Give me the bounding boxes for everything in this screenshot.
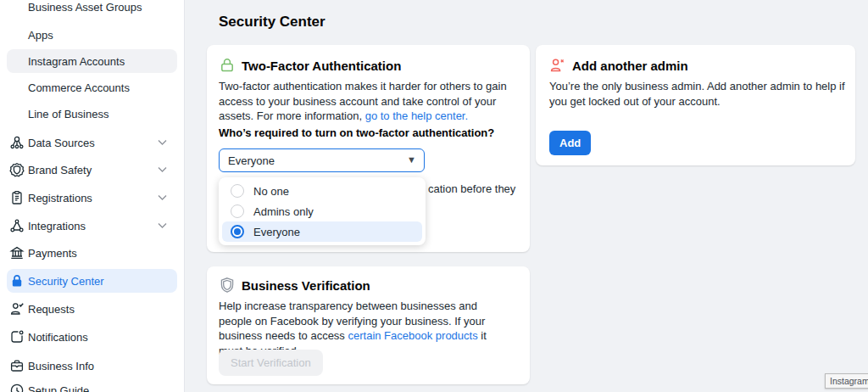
chevron-down-icon[interactable]: [158, 223, 167, 229]
security-center-page: { "sidebar": { "items": [ { "label": "Bu…: [0, 0, 868, 392]
sidebar-item-label: Brand Safety: [28, 164, 92, 176]
notifications-icon: [9, 329, 25, 344]
sidebar-item-commerce-accounts[interactable]: Commerce Accounts: [7, 76, 177, 99]
add-another-admin-card: Add another admin You’re the only busine…: [536, 45, 855, 165]
sidebar-item-label: Commerce Accounts: [28, 81, 130, 94]
card-header: Business Verification: [219, 277, 370, 294]
chevron-down-icon[interactable]: [158, 167, 167, 173]
option-no-one[interactable]: No one: [222, 181, 422, 201]
card-description: Two-factor authentication makes it harde…: [219, 79, 522, 124]
card-title: Two-Factor Authentication: [242, 59, 401, 73]
sidebar-item-label: Integrations: [28, 220, 86, 232]
green-lock-icon: [219, 57, 236, 74]
card-title: Business Verification: [242, 278, 370, 293]
option-admins-only[interactable]: Admins only: [222, 201, 422, 221]
card-title: Add another admin: [572, 59, 688, 73]
sidebar-item-label: Setup Guide: [28, 384, 89, 392]
sidebar-item-notifications[interactable]: Notifications: [7, 325, 177, 349]
sidebar-item-business-asset-groups[interactable]: Business Asset Groups: [7, 0, 177, 19]
sidebar-item-line-of-business[interactable]: Line of Business: [7, 102, 177, 126]
start-verification-button[interactable]: Start Verification: [219, 350, 323, 376]
sidebar-item-registrations[interactable]: Registrations: [7, 186, 177, 210]
page-title: Security Center: [219, 14, 326, 31]
shield-badge-icon: [9, 162, 25, 177]
sidebar-item-security-center[interactable]: Security Center: [7, 269, 177, 293]
lock-icon: [9, 273, 25, 288]
chevron-down-icon[interactable]: [158, 195, 167, 201]
obscured-text-fragment: cation before they: [428, 182, 515, 195]
radio-icon[interactable]: [231, 204, 244, 218]
sidebar-item-business-info[interactable]: Business Info: [7, 354, 177, 378]
sidebar-item-data-sources[interactable]: Data Sources: [7, 131, 177, 154]
sidebar-item-instagram-accounts[interactable]: Instagram Accounts: [7, 49, 177, 73]
sidebar-item-brand-safety[interactable]: Brand Safety: [7, 158, 177, 182]
sidebar-item-label: Instagram Accounts: [28, 55, 125, 68]
sidebar-item-label: Registrations: [28, 192, 92, 204]
option-label: No one: [253, 185, 289, 198]
setup-guide-icon: [9, 383, 25, 392]
two-factor-question-label: Who’s required to turn on two-factor aut…: [219, 126, 494, 139]
facebook-products-link[interactable]: certain Facebook products: [348, 329, 477, 342]
sidebar-item-label: Notifications: [28, 331, 88, 344]
select-value: Everyone: [228, 154, 275, 167]
sidebar: Business Asset Groups Apps Instagram Acc…: [0, 0, 185, 392]
sidebar-item-label: Payments: [28, 247, 77, 260]
help-center-link[interactable]: go to the help center.: [365, 109, 468, 122]
sidebar-item-label: Security Center: [28, 275, 104, 288]
sidebar-item-integrations[interactable]: Integrations: [7, 214, 177, 238]
two-factor-requirement-select[interactable]: Everyone ▼: [219, 148, 425, 172]
briefcase-icon: [9, 358, 25, 373]
sidebar-item-label: Line of Business: [28, 108, 108, 120]
option-label: Everyone: [253, 226, 300, 238]
bank-icon: [9, 245, 25, 260]
option-everyone[interactable]: Everyone: [222, 221, 422, 242]
card-description: You’re the only business admin. Add anot…: [549, 79, 846, 109]
business-verification-card: Business Verification Help increase tran…: [207, 266, 530, 384]
person-x-icon: [549, 57, 566, 74]
instagram-accounts-tooltip: Instagram Accounts: [825, 373, 868, 389]
sidebar-item-label: Business Info: [28, 360, 94, 372]
integrations-icon: [9, 218, 25, 233]
sidebar-item-requests[interactable]: Requests: [7, 297, 177, 321]
radio-selected-icon[interactable]: [231, 225, 244, 238]
sidebar-item-payments[interactable]: Payments: [7, 241, 177, 265]
card-header: Add another admin: [549, 57, 688, 74]
sidebar-item-setup-guide[interactable]: Setup Guide: [7, 378, 177, 392]
double-shield-icon: [219, 277, 236, 294]
two-factor-requirement-dropdown-menu: No one Admins only Everyone: [219, 177, 426, 245]
sidebar-item-label: Business Asset Groups: [28, 1, 142, 14]
add-button[interactable]: Add: [549, 131, 591, 155]
sidebar-item-label: Requests: [28, 303, 75, 316]
main-content: Security Center Two-Factor Authenticatio…: [185, 0, 868, 392]
card-header: Two-Factor Authentication: [219, 57, 401, 74]
chevron-down-icon[interactable]: [158, 140, 167, 146]
sidebar-item-label: Data Sources: [28, 137, 95, 149]
sidebar-item-apps[interactable]: Apps: [7, 23, 177, 47]
person-check-icon: [9, 301, 25, 316]
sidebar-item-label: Apps: [28, 29, 53, 42]
option-label: Admins only: [253, 205, 314, 218]
clipboard-icon: [9, 190, 25, 205]
caret-down-icon: ▼: [407, 154, 416, 165]
data-sources-icon: [9, 135, 25, 150]
radio-icon[interactable]: [231, 184, 244, 198]
